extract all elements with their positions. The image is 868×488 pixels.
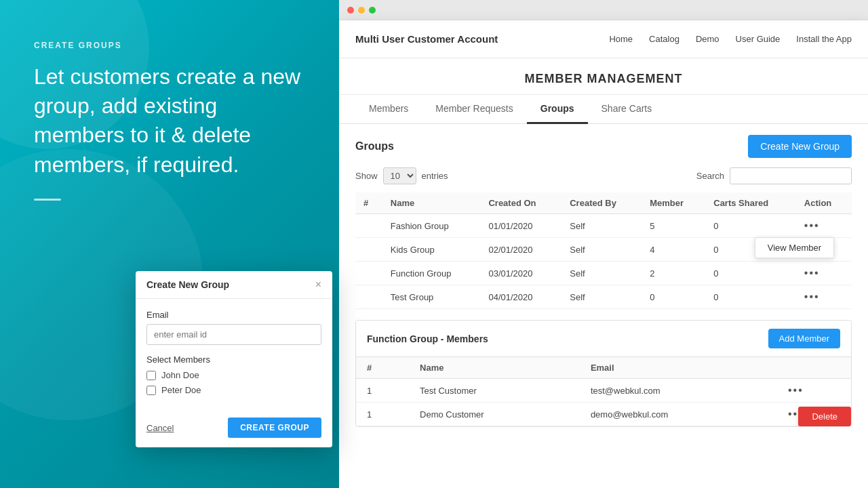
cell-created-by: Self — [561, 214, 642, 238]
peter-checkbox[interactable] — [146, 386, 156, 395]
cell-name: Kids Group — [382, 238, 481, 262]
create-group-modal: Create New Group × Email Select Members … — [136, 271, 332, 447]
mcol-hash: # — [356, 357, 409, 379]
browser-minimize-dot — [358, 7, 365, 14]
cell-name: Function Group — [382, 262, 481, 285]
nav-links: Home Catalog Demo User Guide Install the… — [609, 34, 852, 44]
nav-catalog[interactable]: Catalog — [649, 34, 679, 44]
members-section-title: Function Group - Members — [367, 333, 488, 344]
mcell-num: 1 — [356, 379, 409, 403]
tab-members[interactable]: Members — [355, 95, 422, 124]
cell-action: ••• — [796, 214, 852, 238]
col-member: Member — [642, 192, 705, 214]
nav-user-guide[interactable]: User Guide — [736, 34, 781, 44]
create-group-button[interactable]: CREATE GROUP — [228, 418, 321, 438]
table-row: 1 Test Customer test@webkul.com ••• — [356, 379, 851, 403]
select-members-label: Select Members — [146, 354, 321, 365]
hero-text: Let customers create a new group, add ex… — [34, 62, 305, 180]
search-label: Search — [696, 171, 724, 181]
col-name: Name — [382, 192, 481, 214]
nav-demo[interactable]: Demo — [696, 34, 719, 44]
cell-created-on: 02/01/2020 — [480, 238, 561, 262]
browser-expand-dot — [369, 7, 376, 14]
john-label: John Doe — [161, 370, 199, 380]
action-dots-button[interactable]: ••• — [804, 291, 820, 303]
member-action-dots-button[interactable]: ••• — [788, 384, 804, 396]
col-hash: # — [355, 192, 382, 214]
browser-close-dot — [347, 7, 354, 14]
mcell-num: 1 — [356, 403, 409, 426]
app-window: Multi User Customer Account Home Catalog… — [339, 20, 868, 488]
page-title: MEMBER MANAGEMENT — [339, 58, 868, 95]
cell-action: ••• — [796, 262, 852, 285]
mcell-email: demo@webkul.com — [580, 403, 777, 426]
john-checkbox[interactable] — [146, 371, 156, 380]
col-created-by: Created By — [561, 192, 642, 214]
col-action: Action — [796, 192, 852, 214]
right-panel: Multi User Customer Account Home Catalog… — [339, 0, 868, 488]
show-entries: Show 10 25 50 entries — [355, 167, 448, 184]
tab-share-carts[interactable]: Share Carts — [588, 95, 666, 124]
modal-title: Create New Group — [146, 279, 229, 290]
tab-member-requests[interactable]: Member Requests — [422, 95, 526, 124]
mcell-action: ••• — [777, 379, 851, 403]
cell-action: ••• — [796, 285, 852, 309]
col-created-on: Created On — [480, 192, 561, 214]
entries-label: entries — [422, 171, 448, 181]
cell-member: 2 — [642, 262, 705, 285]
cancel-button[interactable]: Cancel — [146, 423, 174, 433]
divider — [34, 199, 61, 201]
browser-chrome — [339, 0, 868, 20]
cell-member: 0 — [642, 285, 705, 309]
cell-carts-shared: 0 — [705, 285, 796, 309]
action-dots-button[interactable]: ••• — [804, 220, 820, 232]
email-input[interactable] — [146, 324, 321, 345]
mcol-name: Name — [409, 357, 580, 379]
modal-overlay: Create New Group × Email Select Members … — [136, 271, 332, 447]
mcol-action — [777, 357, 851, 379]
action-dots-button[interactable]: ••• — [804, 267, 820, 279]
cell-num — [355, 238, 382, 262]
table-row: Function Group 03/01/2020 Self 2 0 ••• — [355, 262, 852, 285]
app-nav: Multi User Customer Account Home Catalog… — [339, 20, 868, 58]
modal-body: Email Select Members John Doe Peter Doe — [136, 299, 332, 411]
members-table-header-row: # Name Email — [356, 357, 851, 379]
member-checkbox-peter[interactable]: Peter Doe — [146, 385, 321, 395]
create-new-group-button[interactable]: Create New Group — [748, 135, 852, 158]
member-checkbox-john[interactable]: John Doe — [146, 370, 321, 380]
cell-num — [355, 262, 382, 285]
cell-carts-shared: 0 — [705, 214, 796, 238]
delete-context-menu[interactable]: Delete — [798, 407, 851, 426]
table-controls: Show 10 25 50 entries Search — [355, 167, 852, 184]
left-panel: CREATE GROUPS Let customers create a new… — [0, 0, 339, 488]
section-label: CREATE GROUPS — [34, 41, 305, 50]
mcell-name: Demo Customer — [409, 403, 580, 426]
nav-install-app[interactable]: Install the App — [796, 34, 852, 44]
entries-select[interactable]: 10 25 50 — [383, 167, 416, 184]
app-brand: Multi User Customer Account — [355, 33, 498, 45]
search-input[interactable] — [730, 167, 852, 184]
groups-section-title: Groups — [355, 140, 394, 152]
tab-groups[interactable]: Groups — [527, 95, 588, 124]
cell-created-on: 04/01/2020 — [480, 285, 561, 309]
members-section: Function Group - Members Add Member # Na… — [355, 320, 852, 427]
modal-close-button[interactable]: × — [315, 279, 321, 290]
cell-name: Test Group — [382, 285, 481, 309]
view-member-context-menu: View Member — [755, 237, 834, 258]
members-table: # Name Email 1 Test Customer test@webkul… — [356, 357, 851, 426]
cell-carts-shared: 0 — [705, 262, 796, 285]
peter-label: Peter Doe — [161, 385, 201, 395]
table-row: Fashion Group 01/01/2020 Self 5 0 ••• — [355, 214, 852, 238]
add-member-button[interactable]: Add Member — [768, 329, 840, 348]
table-row: 1 Demo Customer demo@webkul.com ••• — [356, 403, 851, 426]
show-label: Show — [355, 171, 378, 181]
nav-home[interactable]: Home — [609, 34, 633, 44]
cell-created-by: Self — [561, 285, 642, 309]
table-row: Test Group 04/01/2020 Self 0 0 ••• — [355, 285, 852, 309]
view-member-menu-item[interactable]: View Member — [755, 238, 833, 258]
groups-table-header-row: # Name Created On Created By Member Cart… — [355, 192, 852, 214]
cell-created-on: 03/01/2020 — [480, 262, 561, 285]
members-section-header: Function Group - Members Add Member — [356, 321, 851, 357]
cell-member: 4 — [642, 238, 705, 262]
cell-num — [355, 285, 382, 309]
